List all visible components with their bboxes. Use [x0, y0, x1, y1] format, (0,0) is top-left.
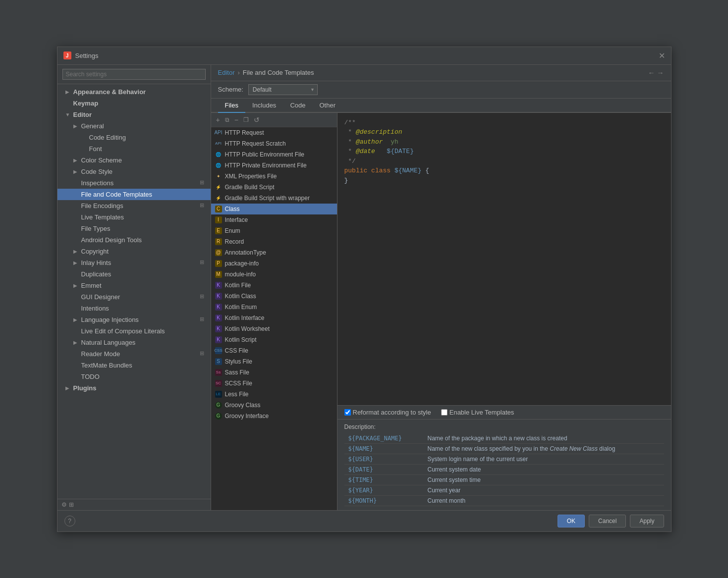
sidebar-item-file-code-templates[interactable]: File and Code Templates [57, 189, 211, 200]
sidebar-label: Language Injections [81, 316, 198, 323]
sidebar-item-intentions[interactable]: Intentions [57, 303, 211, 314]
file-item-interface[interactable]: I Interface [211, 214, 337, 225]
live-templates-checkbox-label[interactable]: Enable Live Templates [441, 409, 514, 416]
sidebar-item-emmet[interactable]: ▶ Emmet [57, 280, 211, 291]
file-item-xml-properties[interactable]: ✦ XML Properties File [211, 171, 337, 182]
file-item-kotlin-script[interactable]: K Kotlin Script [211, 334, 337, 345]
file-item-label: Kotlin Enum [225, 304, 257, 311]
file-item-kotlin-worksheet[interactable]: K Kotlin Worksheet [211, 323, 337, 334]
sidebar-item-plugins[interactable]: ▶ Plugins [57, 382, 211, 394]
tab-files[interactable]: Files [218, 99, 245, 113]
desc-text: Current year [424, 485, 664, 495]
file-item-http-request-scratch[interactable]: API HTTP Request Scratch [211, 138, 337, 149]
sidebar-label: File Encodings [81, 202, 198, 210]
close-button[interactable]: ✕ [659, 51, 665, 60]
file-item-groovy-interface[interactable]: G Groovy Interface [211, 411, 337, 421]
ok-button[interactable]: OK [558, 515, 585, 527]
sidebar: ▶ Appearance & Behavior Keymap ▼ Editor … [57, 65, 211, 510]
sidebar-item-live-edit-compose[interactable]: Live Edit of Compose Literals [57, 325, 211, 337]
file-item-stylus-file[interactable]: S Stylus File [211, 356, 337, 367]
sidebar-item-textmate-bundles[interactable]: TextMate Bundles [57, 360, 211, 371]
reformat-checkbox[interactable] [344, 409, 351, 416]
file-item-class[interactable]: C Class [211, 204, 337, 214]
sidebar-item-inlay-hints[interactable]: ▶ Inlay Hints ⊞ [57, 257, 211, 268]
file-item-groovy-class[interactable]: G Groovy Class [211, 400, 337, 411]
nav-back-button[interactable]: ← [648, 69, 655, 77]
sidebar-item-duplicates[interactable]: Duplicates [57, 268, 211, 280]
file-item-annotation-type[interactable]: @ AnnotationType [211, 247, 337, 258]
sidebar-item-file-encodings[interactable]: File Encodings ⊞ [57, 200, 211, 211]
sidebar-item-reader-mode[interactable]: Reader Mode ⊞ [57, 348, 211, 360]
sidebar-item-copyright[interactable]: ▶ Copyright [57, 246, 211, 257]
file-item-kotlin-enum[interactable]: K Kotlin Enum [211, 302, 337, 313]
code-editor[interactable]: /** * @description * @author yh * @date … [337, 113, 671, 405]
sidebar-item-font[interactable]: Font [57, 143, 211, 155]
sidebar-item-natural-languages[interactable]: ▶ Natural Languages [57, 337, 211, 348]
tab-includes[interactable]: Includes [245, 99, 283, 113]
file-type-icon: M [215, 271, 222, 278]
tab-code[interactable]: Code [283, 99, 312, 113]
sidebar-item-language-injections[interactable]: ▶ Language Injections ⊞ [57, 314, 211, 325]
sidebar-item-file-types[interactable]: File Types [57, 223, 211, 234]
sidebar-item-general[interactable]: ▶ General [57, 120, 211, 132]
file-item-package-info[interactable]: P package-info [211, 258, 337, 269]
sidebar-item-code-style[interactable]: ▶ Code Style [57, 166, 211, 177]
desc-row: ${YEAR} Current year [344, 485, 664, 495]
apply-button[interactable]: Apply [630, 515, 664, 527]
file-item-http-request[interactable]: API HTTP Request [211, 127, 337, 138]
copy-template-button[interactable]: ⧉ [223, 115, 231, 124]
badge-icon: ⊞ [200, 316, 207, 323]
dialog-title: Settings [75, 52, 99, 59]
clone-template-button[interactable]: ❐ [241, 115, 251, 124]
file-type-icon: 🌐 [215, 151, 222, 158]
help-button[interactable]: ? [64, 516, 75, 526]
file-item-gradle-build[interactable]: ⚡ Gradle Build Script [211, 182, 337, 193]
sidebar-restore-button[interactable]: ⊞ [69, 501, 74, 508]
code-line: * @date ${DATE} [344, 147, 664, 157]
live-templates-checkbox[interactable] [441, 409, 448, 416]
file-type-icon: K [215, 325, 222, 332]
scheme-select[interactable]: Default Project [248, 84, 318, 95]
nav-forward-button[interactable]: → [657, 69, 664, 77]
sidebar-item-color-scheme[interactable]: ▶ Color Scheme [57, 155, 211, 166]
reset-template-button[interactable]: ↺ [252, 115, 262, 125]
desc-italic: Create New Class [550, 445, 598, 452]
add-template-button[interactable]: + [214, 115, 222, 125]
sidebar-label: Reader Mode [81, 350, 198, 358]
reformat-checkbox-label[interactable]: Reformat according to style [344, 409, 431, 416]
sidebar-item-code-editing[interactable]: Code Editing [57, 132, 211, 143]
sidebar-item-android-design[interactable]: Android Design Tools [57, 234, 211, 246]
file-item-gradle-build-wrapper[interactable]: ⚡ Gradle Build Script with wrapper [211, 193, 337, 204]
file-item-http-public-env[interactable]: 🌐 HTTP Public Environment File [211, 149, 337, 160]
file-item-enum[interactable]: E Enum [211, 225, 337, 236]
tab-other[interactable]: Other [312, 99, 342, 113]
sidebar-item-editor[interactable]: ▼ Editor [57, 109, 211, 120]
file-item-kotlin-interface[interactable]: K Kotlin Interface [211, 313, 337, 323]
cancel-button[interactable]: Cancel [589, 515, 626, 527]
file-item-scss-file[interactable]: SC SCSS File [211, 378, 337, 389]
toggle-icon: ▶ [73, 169, 79, 174]
sidebar-item-inspections[interactable]: Inspections ⊞ [57, 177, 211, 189]
sidebar-item-live-templates[interactable]: Live Templates [57, 211, 211, 223]
file-item-kotlin-class[interactable]: K Kotlin Class [211, 291, 337, 302]
desc-row: ${DATE} Current system date [344, 464, 664, 474]
file-item-http-private-env[interactable]: 🌐 HTTP Private Environment File [211, 160, 337, 171]
file-item-record[interactable]: R Record [211, 236, 337, 247]
sidebar-item-keymap[interactable]: Keymap [57, 98, 211, 109]
search-input[interactable] [62, 69, 206, 80]
remove-template-button[interactable]: − [232, 115, 240, 125]
desc-var: ${MONTH} [344, 495, 424, 506]
sidebar-item-appearance[interactable]: ▶ Appearance & Behavior [57, 86, 211, 98]
file-type-icon: Ss [215, 369, 222, 376]
sidebar-settings-button[interactable]: ⚙ [61, 501, 67, 508]
file-item-sass-file[interactable]: Ss Sass File [211, 367, 337, 378]
file-item-label: HTTP Request Scratch [225, 140, 286, 147]
main-content: Editor › File and Code Templates ← → Sch… [211, 65, 671, 510]
file-item-less-file[interactable]: LE Less File [211, 389, 337, 400]
toggle-icon: ▶ [65, 385, 71, 391]
sidebar-item-todo[interactable]: TODO [57, 371, 211, 382]
file-item-kotlin-file[interactable]: K Kotlin File [211, 280, 337, 291]
sidebar-item-gui-designer[interactable]: GUI Designer ⊞ [57, 291, 211, 303]
file-item-module-info[interactable]: M module-info [211, 269, 337, 280]
file-item-css-file[interactable]: CSS CSS File [211, 345, 337, 356]
